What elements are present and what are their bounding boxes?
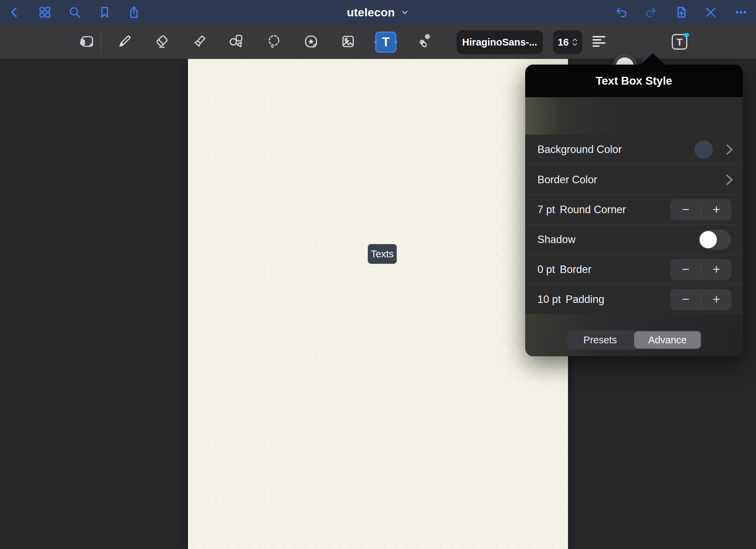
round-corner-stepper: − + (670, 199, 732, 220)
page-text-mode-icon: a (79, 33, 95, 50)
eraser-tool-button[interactable] (154, 33, 170, 50)
font-size-value: 16 (558, 37, 569, 48)
round-corner-minus-button[interactable]: − (670, 199, 701, 220)
padding-value: 10 pt (537, 293, 561, 306)
row-border-width: 0 pt Border − + (525, 254, 743, 284)
panel-header: Text Box Style (525, 65, 743, 97)
shapes-tool-button[interactable] (228, 33, 244, 50)
textbox-style-icon: T (670, 32, 690, 51)
undo-icon (615, 5, 628, 19)
border-color-label: Border Color (537, 174, 597, 186)
font-size-stepper[interactable]: 16 (553, 30, 582, 54)
add-page-icon (674, 5, 688, 19)
title-chevron-down-icon (400, 8, 409, 17)
pen-icon (116, 33, 133, 50)
lasso-icon (266, 33, 282, 50)
text-align-button[interactable] (591, 33, 607, 50)
laser-pointer-button[interactable] (415, 33, 431, 50)
row-border-color[interactable]: Border Color (525, 165, 743, 194)
border-minus-button[interactable]: − (670, 259, 701, 280)
top-navigation-bar: utelecon (0, 0, 756, 24)
shapes-icon (228, 33, 244, 50)
pen-tool-button[interactable] (116, 33, 133, 50)
more-options-button[interactable] (734, 5, 749, 20)
lasso-tool-button[interactable] (266, 33, 282, 50)
highlighter-tool-button[interactable] (191, 33, 208, 50)
document-title: utelecon (347, 6, 395, 19)
text-handle-right (394, 41, 397, 44)
background-color-label: Background Color (537, 143, 622, 156)
advance-tab-selected[interactable]: Advance (634, 331, 701, 349)
padding-minus-button[interactable]: − (670, 289, 701, 310)
border-width-label: Border (560, 263, 591, 276)
image-icon (340, 33, 356, 50)
textbox-style-panel: Text Box Style Background Color Border C… (525, 65, 743, 356)
shadow-label: Shadow (537, 234, 575, 246)
toggle-knob (700, 231, 717, 248)
round-corner-value: 7 pt (537, 204, 555, 216)
redo-icon (644, 5, 658, 19)
svg-text:a: a (80, 36, 85, 47)
popover-arrow (639, 53, 666, 66)
align-left-icon (591, 33, 607, 50)
notebook-page[interactable] (188, 59, 568, 549)
text-tool-icon: T (382, 35, 390, 49)
text-handle-left (374, 41, 377, 44)
page-text-mode-button[interactable]: a (79, 33, 95, 50)
pencil-cross-icon (704, 5, 718, 19)
chevron-right-icon (725, 173, 734, 186)
presets-tab[interactable]: Presets (567, 330, 633, 349)
heart-badge-icon (684, 33, 689, 38)
canvas-text-content: Texts (371, 248, 394, 260)
border-stepper: − + (670, 259, 732, 280)
padding-label: Padding (566, 293, 604, 306)
image-tool-button[interactable] (340, 33, 356, 50)
round-corner-label: Round Corner (560, 204, 626, 216)
stop-editing-button[interactable] (703, 5, 718, 20)
add-page-button[interactable] (674, 5, 689, 20)
round-corner-plus-button[interactable]: + (701, 199, 732, 220)
font-family-label: HiraginoSans-... (462, 37, 537, 48)
presets-advance-segmented-control: Presets Advance (567, 330, 702, 349)
panel-title: Text Box Style (596, 74, 672, 87)
panel-preview-band (525, 97, 743, 135)
canvas-text-box[interactable]: Texts (368, 244, 397, 264)
chevron-right-icon (725, 143, 734, 156)
row-background-color[interactable]: Background Color (525, 135, 743, 165)
textbox-style-button[interactable]: T (670, 32, 690, 51)
row-shadow: Shadow (525, 224, 743, 254)
svg-text:T: T (676, 37, 683, 48)
row-padding: 10 pt Padding − + (525, 284, 743, 314)
laser-pointer-icon (415, 33, 431, 50)
document-title-area[interactable]: utelecon (0, 0, 756, 24)
background-color-swatch (694, 140, 713, 159)
highlighter-icon (191, 33, 208, 50)
shadow-toggle-off[interactable] (698, 229, 731, 250)
size-up-down-icon (572, 37, 578, 48)
eraser-icon (154, 33, 170, 50)
row-round-corner: 7 pt Round Corner − + (525, 194, 743, 224)
border-plus-button[interactable]: + (701, 259, 732, 280)
padding-stepper: − + (670, 289, 732, 310)
padding-plus-button[interactable]: + (701, 289, 732, 310)
undo-button[interactable] (614, 5, 629, 20)
text-tool-button-selected[interactable]: T (375, 32, 396, 53)
font-family-button[interactable]: HiraginoSans-... (457, 30, 543, 54)
panel-footer: Presets Advance (525, 314, 743, 356)
sticker-icon (303, 33, 319, 50)
ellipsis-icon (734, 5, 748, 19)
border-width-value: 0 pt (537, 263, 555, 276)
toolbar-divider (101, 31, 101, 52)
sticker-tool-button[interactable] (303, 33, 319, 50)
redo-button[interactable] (643, 5, 658, 20)
